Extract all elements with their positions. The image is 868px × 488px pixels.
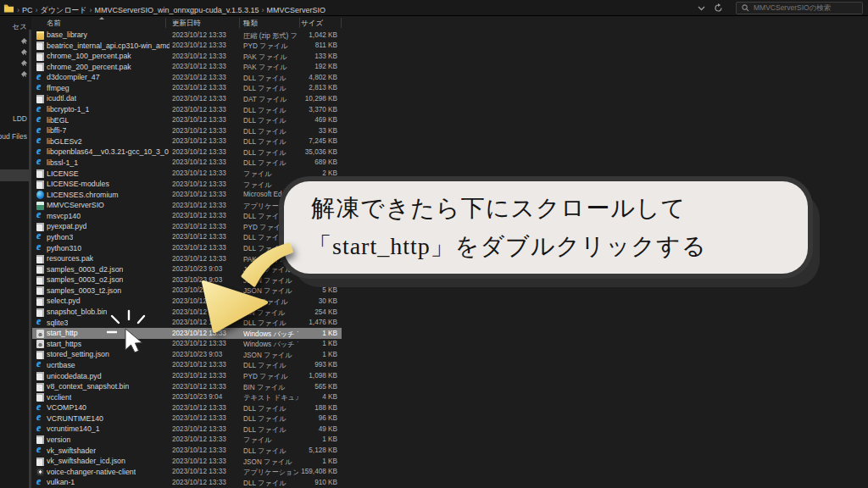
sidebar-item-quick-access[interactable]: セス <box>13 22 27 32</box>
file-row[interactable]: stored_setting.json 2023/10/23 9:03 JSON… <box>32 349 342 360</box>
file-row[interactable]: version 2023/10/12 13:33 ファイル 1 KB <box>32 435 342 446</box>
file-size: 5,128 KB <box>270 446 337 454</box>
file-row[interactable]: vulkan-1 2023/10/12 13:33 DLL ファイル 910 K… <box>32 477 342 488</box>
file-date-modified: 2023/10/12 13:33 <box>172 63 226 70</box>
file-name: chrome_200_percent.pak <box>47 63 131 71</box>
pin-icon <box>21 60 28 67</box>
column-header-type[interactable]: 種類 <box>243 19 258 29</box>
file-row[interactable]: vcruntime140_1 2023/10/12 13:33 DLL ファイル… <box>32 424 342 435</box>
file-row[interactable]: unicodedata.pyd 2023/10/12 13:33 PYD ファイ… <box>32 371 342 382</box>
file-row[interactable]: v8_context_snapshot.bin 2023/10/12 13:33… <box>32 381 342 392</box>
file-size: 188 KB <box>270 404 337 412</box>
refresh-icon[interactable] <box>714 3 723 13</box>
column-divider[interactable] <box>165 18 166 28</box>
file-date-modified: 2023/10/12 13:33 <box>172 127 226 135</box>
file-size: 192 KB <box>270 63 337 70</box>
file-row[interactable]: base_library 2023/10/12 13:33 圧縮 (zip 形式… <box>32 30 342 41</box>
file-row[interactable]: libGLESv2 2023/10/12 13:33 DLL ファイル 7,24… <box>32 136 342 147</box>
file-row[interactable]: VCOMP140 2023/10/12 13:33 DLL ファイル 188 K… <box>32 402 342 413</box>
file-row[interactable]: LICENSE 2023/10/12 13:33 ファイル 2 KB <box>32 169 342 180</box>
file-name: vcclient <box>47 393 71 402</box>
file-row[interactable]: sqlite3 2023/10/12 13:33 DLL ファイル 1,476 … <box>32 318 342 329</box>
file-row[interactable]: ucrtbase 2023/10/12 13:33 DLL ファイル 993 K… <box>32 360 342 371</box>
file-date-modified: 2023/10/12 13:33 <box>172 42 226 49</box>
file-row[interactable]: vk_swiftshader_icd.json 2023/10/12 13:33… <box>32 456 342 467</box>
file-row[interactable]: libopenblas64__v0.3.21-gcc_10_3_0 2023/1… <box>32 147 342 158</box>
chevron-down-icon[interactable] <box>698 6 705 11</box>
pin-icon <box>21 49 28 56</box>
dll-e-icon <box>36 158 44 167</box>
breadcrumb-separator: › <box>261 6 265 14</box>
file-row[interactable]: vk_swiftshader 2023/10/12 13:33 DLL ファイル… <box>32 446 342 457</box>
column-header-size[interactable]: サイズ <box>301 19 323 29</box>
sidebar-item-fragment[interactable]: oud Files <box>0 132 27 141</box>
file-size: 10,298 KB <box>270 95 337 103</box>
file-date-modified: 2023/10/12 13:33 <box>172 446 226 454</box>
file-date-modified: 2023/10/12 13:33 <box>172 361 226 369</box>
file-name: version <box>47 435 70 444</box>
file-row[interactable]: samples_0003_t2.json 2023/10/23 9:03 JSO… <box>32 286 342 297</box>
search-icon <box>742 4 749 12</box>
file-name: msvcp140 <box>47 212 81 220</box>
edge-icon <box>36 191 44 199</box>
file-icon <box>36 180 44 189</box>
breadcrumb-item[interactable]: ダウンロード <box>39 6 89 14</box>
file-date-modified: 2023/10/23 9:04 <box>172 393 222 401</box>
breadcrumb-item[interactable]: MMVCServerSIO <box>265 6 328 14</box>
file-date-modified: 2023/10/12 13:33 <box>172 330 226 337</box>
file-row[interactable]: VCRUNTIME140 2023/10/12 13:33 DLL ファイル 9… <box>32 413 342 424</box>
file-date-modified: 2023/10/12 13:33 <box>172 158 226 166</box>
file-row[interactable]: libEGL 2023/10/12 13:33 DLL ファイル 469 KB <box>32 115 342 126</box>
file-type: ファイル <box>243 180 298 190</box>
column-header-date[interactable]: 更新日時 <box>172 19 201 29</box>
file-row[interactable]: ffmpeg 2023/10/12 13:33 DLL ファイル 2,813 K… <box>32 83 342 94</box>
sidebar-item-fragment[interactable]: LDD <box>13 114 27 123</box>
file-date-modified: 2023/10/12 13:33 <box>172 468 226 475</box>
file-row[interactable]: chrome_100_percent.pak 2023/10/12 13:33 … <box>32 51 342 62</box>
file-icon <box>36 458 44 466</box>
file-size: 5 KB <box>270 286 337 294</box>
column-header-name[interactable]: 名前 <box>47 19 61 29</box>
file-row[interactable]: samples_0003_o2.json 2023/10/23 9:03 JSO… <box>32 274 342 286</box>
zip-folder-icon <box>36 31 44 40</box>
breadcrumb-item[interactable]: PC <box>20 6 35 14</box>
file-size: 96 KB <box>270 414 337 422</box>
column-divider[interactable] <box>341 18 342 28</box>
file-name: LICENSE <box>47 169 79 178</box>
file-row[interactable]: chrome_200_percent.pak 2023/10/12 13:33 … <box>32 62 342 73</box>
file-row[interactable]: libcrypto-1_1 2023/10/12 13:33 DLL ファイル … <box>32 104 342 115</box>
file-size: 33 KB <box>270 127 337 135</box>
file-row[interactable]: beatrice_internal_api.cp310-win_amd64.p.… <box>32 41 342 52</box>
callout-text-line2: 「start_http」をダブルクリックする <box>308 230 706 263</box>
file-date-modified: 2023/10/12 13:33 <box>172 297 226 305</box>
instruction-callout-bubble: 解凍できたら下にスクロールして 「start_http」をダブルクリックする <box>284 181 808 274</box>
file-row[interactable]: d3dcompiler_47 2023/10/12 13:33 DLL ファイル… <box>32 72 342 83</box>
file-name: libssl-1_1 <box>47 158 78 167</box>
file-row[interactable]: icudtl.dat 2023/10/12 13:33 DAT ファイル 10,… <box>32 93 342 104</box>
file-date-modified: 2023/10/12 13:33 <box>172 106 226 114</box>
file-row-selected[interactable]: start_http 2023/10/12 13:33 Windows バッチ … <box>32 328 342 339</box>
search-input[interactable]: MMVCServerSIOの検索 <box>736 2 863 14</box>
file-name: v8_context_snapshot.bin <box>47 382 129 391</box>
file-row[interactable]: vcclient 2023/10/23 9:04 テキスト ドキュメント 4 K… <box>32 392 342 403</box>
file-date-modified: 2023/10/23 9:03 <box>172 351 222 358</box>
column-divider[interactable] <box>299 18 300 28</box>
file-row[interactable]: libffi-7 2023/10/12 13:33 DLL ファイル 33 KB <box>32 125 342 136</box>
dll-e-icon <box>36 84 44 92</box>
sidebar-selected-item[interactable] <box>0 169 31 181</box>
file-date-modified: 2023/10/12 13:33 <box>172 458 226 465</box>
file-row[interactable]: voice-changer-native-client 2023/10/12 1… <box>32 467 342 478</box>
breadcrumb-item[interactable]: MMVCServerSIO_win_onnxgpu-cuda_v.1.5.3.1… <box>93 6 261 14</box>
file-row[interactable]: select.pyd 2023/10/12 13:33 PYD ファイル 30 … <box>32 296 342 307</box>
file-date-modified: 2023/10/23 9:03 <box>172 276 222 284</box>
column-divider[interactable] <box>239 18 240 28</box>
file-size: 469 KB <box>270 116 337 124</box>
file-row[interactable]: libssl-1_1 2023/10/12 13:33 DLL ファイル 689… <box>32 158 342 169</box>
file-date-modified: 2023/10/12 13:33 <box>172 308 226 316</box>
file-row[interactable]: start_https 2023/10/12 13:33 Windows バッチ… <box>32 339 342 350</box>
file-size: 689 KB <box>270 158 337 166</box>
file-row[interactable]: snapshot_blob.bin 2023/10/12 13:33 BIN フ… <box>32 307 342 318</box>
file-name: vk_swiftshader <box>47 446 96 455</box>
sidebar-scrollbar[interactable] <box>29 30 31 488</box>
callout-text-line1: 解凍できたら下にスクロールして <box>311 192 686 225</box>
